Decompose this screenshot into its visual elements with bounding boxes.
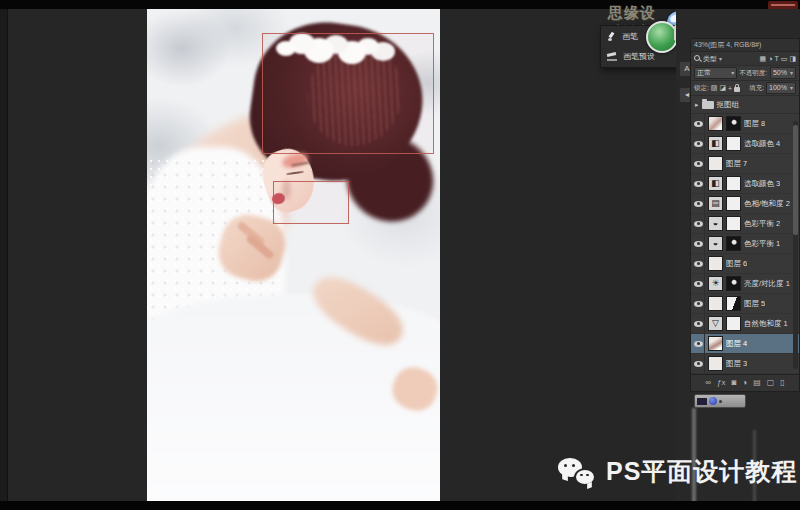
new-adjustment-layer-icon[interactable]: ◑ bbox=[742, 375, 747, 391]
annotation-rect-hair bbox=[262, 33, 434, 154]
layer-mask-thumbnail[interactable] bbox=[726, 136, 741, 151]
filter-pixel-layers-icon[interactable]: ▦ bbox=[760, 53, 767, 65]
layer-row[interactable]: ◒ 色彩平衡 2 bbox=[691, 214, 799, 234]
layer-thumbnail[interactable] bbox=[708, 256, 723, 271]
layer-name: 色相/饱和度 2 bbox=[744, 199, 790, 209]
visibility-eye-icon[interactable] bbox=[693, 114, 705, 133]
delete-layer-icon[interactable]: ▯ bbox=[780, 375, 784, 391]
lock-paint-icon[interactable]: ◪ bbox=[719, 84, 726, 92]
visibility-eye-icon[interactable] bbox=[693, 234, 705, 253]
layer-name: 色彩平衡 2 bbox=[744, 219, 780, 229]
layer-style-fx-icon[interactable]: ƒx bbox=[717, 375, 725, 391]
layer-thumbnail[interactable] bbox=[708, 336, 723, 351]
link-layers-icon[interactable]: ∞ bbox=[705, 375, 711, 391]
visibility-eye-icon[interactable] bbox=[693, 174, 705, 193]
layer-mask-thumbnail[interactable] bbox=[726, 196, 741, 211]
visibility-eye-icon[interactable] bbox=[693, 334, 705, 353]
fill-value: 100% bbox=[769, 83, 787, 93]
mini-player-widget[interactable] bbox=[694, 394, 746, 408]
layer-mask-thumbnail[interactable] bbox=[726, 276, 741, 291]
layer-mask-thumbnail[interactable] bbox=[726, 236, 741, 251]
chevron-down-icon: ▾ bbox=[790, 68, 793, 78]
layers-panel-footer: ∞ƒx◙◑▤▢▯ bbox=[691, 374, 799, 391]
layer-name: 自然饱和度 1 bbox=[744, 319, 788, 329]
layer-mask-thumbnail[interactable] bbox=[726, 116, 741, 131]
layer-mask-thumbnail[interactable] bbox=[726, 216, 741, 231]
selective-color-icon[interactable]: ◧ bbox=[708, 176, 723, 191]
brush-tool-icon bbox=[607, 32, 616, 41]
scrollbar-thumb[interactable] bbox=[793, 125, 798, 235]
visibility-eye-icon[interactable] bbox=[693, 294, 705, 313]
color-balance-icon[interactable]: ◒ bbox=[708, 216, 723, 231]
visibility-eye-icon[interactable] bbox=[693, 314, 705, 333]
filter-type-layers-icon[interactable]: T bbox=[774, 53, 778, 65]
hue-saturation-icon[interactable]: ▤ bbox=[708, 196, 723, 211]
layer-name: 选取颜色 4 bbox=[744, 139, 780, 149]
brand-label: PS平面设计教程 bbox=[606, 455, 797, 488]
filter-adjustment-layers-icon[interactable]: ◑ bbox=[768, 53, 772, 65]
layer-row[interactable]: 图层 3 bbox=[691, 354, 799, 374]
layer-row[interactable]: 图层 8 bbox=[691, 114, 799, 134]
visibility-eye-icon[interactable] bbox=[693, 154, 705, 173]
layer-row[interactable]: 图层 4 bbox=[691, 334, 799, 354]
layer-thumbnail[interactable] bbox=[708, 356, 723, 371]
layers-scrollbar[interactable] bbox=[793, 121, 798, 369]
filter-smart-objects-icon[interactable]: ◨ bbox=[789, 53, 796, 65]
layer-mask-thumbnail[interactable] bbox=[726, 296, 741, 311]
filter-kind-label[interactable]: 类型 bbox=[703, 54, 717, 64]
layer-name: 色彩平衡 1 bbox=[744, 239, 780, 249]
visibility-eye-icon[interactable] bbox=[693, 214, 705, 233]
blend-mode-select[interactable]: 正常 ▾ bbox=[694, 67, 737, 79]
opacity-select[interactable]: 50% ▾ bbox=[770, 67, 796, 79]
brightness-contrast-icon[interactable]: ☀ bbox=[708, 276, 723, 291]
expand-triangle-icon[interactable]: ▸ bbox=[695, 101, 699, 109]
brush-preset-icon bbox=[607, 52, 617, 61]
layer-group-row[interactable]: ▸ 抠图组 bbox=[691, 96, 799, 114]
layer-name: 选取颜色 3 bbox=[744, 179, 780, 189]
layer-row[interactable]: 图层 6 bbox=[691, 254, 799, 274]
wechat-branding: PS平面设计教程 bbox=[558, 455, 797, 488]
selective-color-icon[interactable]: ◧ bbox=[708, 136, 723, 151]
layer-name: 图层 4 bbox=[726, 339, 747, 349]
chevron-down-icon[interactable]: ▾ bbox=[719, 55, 722, 62]
layer-name: 图层 6 bbox=[726, 259, 747, 269]
vibrance-icon[interactable]: ▽ bbox=[708, 316, 723, 331]
visibility-eye-icon[interactable] bbox=[693, 254, 705, 273]
lock-position-icon[interactable]: + bbox=[728, 85, 732, 92]
layers-panel: 43%(图层 4, RGB/8#) 类型 ▾ ▦ ◑ T ▭ ◨ 正常 ▾ 不透… bbox=[690, 38, 800, 392]
photo-canvas[interactable] bbox=[147, 9, 440, 501]
layer-row[interactable]: ☀ 亮度/对比度 1 bbox=[691, 274, 799, 294]
lock-transparency-icon[interactable]: ▨ bbox=[711, 84, 718, 92]
layer-row[interactable]: ◒ 色彩平衡 1 bbox=[691, 234, 799, 254]
visibility-eye-icon[interactable] bbox=[693, 194, 705, 213]
layer-row[interactable]: 图层 7 bbox=[691, 154, 799, 174]
new-layer-icon[interactable]: ▢ bbox=[767, 375, 775, 391]
layer-row[interactable]: ▽ 自然饱和度 1 bbox=[691, 314, 799, 334]
layer-row[interactable]: ◧ 选取颜色 4 bbox=[691, 134, 799, 154]
group-folder-icon bbox=[702, 101, 714, 109]
filter-shape-layers-icon[interactable]: ▭ bbox=[781, 53, 788, 65]
layer-thumbnail[interactable] bbox=[708, 156, 723, 171]
add-layer-mask-icon[interactable]: ◙ bbox=[731, 375, 736, 391]
layer-thumbnail[interactable] bbox=[708, 296, 723, 311]
layer-row[interactable]: 图层 5 bbox=[691, 294, 799, 314]
opacity-value: 50% bbox=[773, 68, 787, 78]
layer-mask-thumbnail[interactable] bbox=[726, 316, 741, 331]
visibility-eye-icon[interactable] bbox=[693, 354, 705, 373]
lock-all-icon[interactable] bbox=[734, 87, 740, 92]
new-group-icon[interactable]: ▤ bbox=[753, 375, 761, 391]
widget-knob-icon[interactable] bbox=[709, 397, 717, 405]
visibility-eye-icon[interactable] bbox=[693, 274, 705, 293]
chevron-down-icon: ▾ bbox=[731, 68, 734, 78]
group-name: 抠图组 bbox=[717, 100, 740, 110]
visibility-eye-icon[interactable] bbox=[693, 134, 705, 153]
layer-row[interactable]: ▤ 色相/饱和度 2 bbox=[691, 194, 799, 214]
color-balance-icon[interactable]: ◒ bbox=[708, 236, 723, 251]
layer-thumbnail[interactable] bbox=[708, 116, 723, 131]
layer-mask-thumbnail[interactable] bbox=[726, 176, 741, 191]
layer-name: 图层 5 bbox=[744, 299, 765, 309]
layer-row[interactable]: ◧ 选取颜色 3 bbox=[691, 174, 799, 194]
annotation-rect-face bbox=[273, 181, 349, 224]
fill-select[interactable]: 100% ▾ bbox=[766, 82, 796, 94]
blend-mode-value: 正常 bbox=[697, 68, 711, 78]
